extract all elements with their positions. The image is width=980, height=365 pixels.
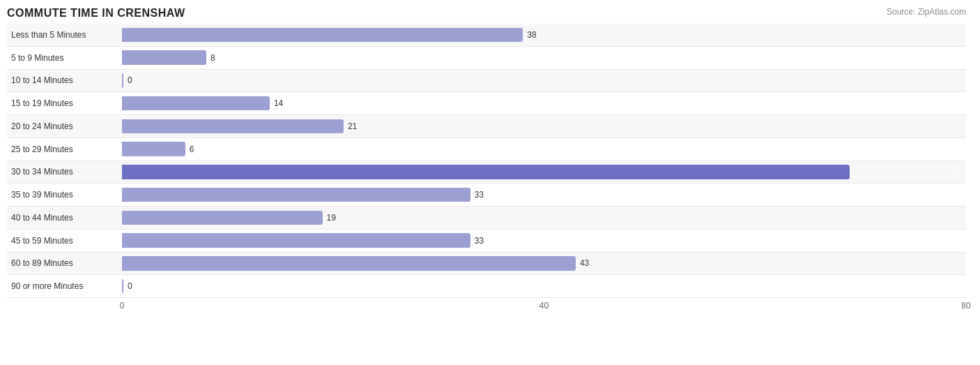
bar-row: 15 to 19 Minutes14 [7, 92, 966, 115]
bar-label: 10 to 14 Minutes [7, 75, 122, 85]
bar-fill [122, 233, 470, 248]
bar-fill [122, 211, 323, 225]
bar-fill [122, 165, 850, 179]
bar-row: Less than 5 Minutes38 [7, 24, 966, 47]
bar-label: 15 to 19 Minutes [7, 98, 122, 108]
bar-value: 0 [128, 281, 132, 291]
x-tick: 0 [120, 301, 125, 311]
bar-label: 60 to 89 Minutes [7, 258, 122, 268]
bar-label: 5 to 9 Minutes [7, 53, 122, 63]
bar-fill [122, 96, 270, 111]
bar-label: 30 to 34 Minutes [7, 167, 122, 177]
bar-value: 38 [527, 30, 536, 40]
bar-row: 60 to 89 Minutes43 [7, 253, 966, 276]
bar-value: 6 [190, 144, 194, 154]
bar-value: 21 [348, 121, 357, 131]
bar-label: 45 to 59 Minutes [7, 236, 122, 246]
bar-value: 14 [274, 98, 283, 108]
bar-track: 6 [122, 138, 966, 161]
bar-fill [122, 73, 123, 88]
bar-label: 20 to 24 Minutes [7, 121, 122, 131]
bar-fill [122, 256, 576, 271]
bar-row: 90 or more Minutes0 [7, 275, 966, 298]
bar-label: 35 to 39 Minutes [7, 190, 122, 200]
bar-fill [122, 279, 123, 294]
bar-row: 30 to 34 Minutes69 [7, 161, 966, 184]
bar-value: 0 [128, 75, 132, 85]
bar-row: 35 to 39 Minutes33 [7, 184, 966, 207]
bar-track: 0 [122, 275, 966, 297]
bar-track: 0 [122, 70, 966, 92]
bar-value: 69 [951, 167, 960, 177]
bar-value: 33 [475, 236, 484, 246]
bar-row: 45 to 59 Minutes33 [7, 230, 966, 253]
bar-value: 19 [327, 213, 336, 223]
x-tick: 40 [539, 301, 549, 311]
bar-row: 5 to 9 Minutes8 [7, 47, 966, 70]
bar-row: 10 to 14 Minutes0 [7, 70, 966, 93]
bar-row: 25 to 29 Minutes6 [7, 138, 966, 161]
bar-row: 20 to 24 Minutes21 [7, 115, 966, 138]
chart-title: COMMUTE TIME IN CRENSHAW [7, 7, 966, 20]
bar-fill [122, 28, 523, 43]
bar-label: 40 to 44 Minutes [7, 213, 122, 223]
bar-track: 8 [122, 47, 966, 69]
bar-value: 43 [580, 258, 589, 268]
source-text: Source: ZipAtlas.com [887, 7, 966, 17]
bar-label: Less than 5 Minutes [7, 30, 122, 40]
x-tick: 80 [961, 301, 970, 311]
bar-track: 38 [122, 24, 966, 46]
bar-fill [122, 142, 185, 156]
bar-track: 14 [122, 92, 966, 114]
bar-track: 21 [122, 115, 966, 137]
chart-area: Less than 5 Minutes385 to 9 Minutes810 t… [7, 24, 966, 319]
bar-track: 19 [122, 207, 966, 229]
bar-label: 90 or more Minutes [7, 281, 122, 291]
bar-row: 40 to 44 Minutes19 [7, 207, 966, 230]
bars-section: Less than 5 Minutes385 to 9 Minutes810 t… [7, 24, 966, 298]
bar-value: 8 [210, 53, 215, 63]
bar-value: 33 [475, 190, 484, 200]
bar-fill [122, 188, 470, 202]
chart-container: COMMUTE TIME IN CRENSHAW Source: ZipAtla… [0, 0, 980, 365]
bar-track: 33 [122, 230, 966, 252]
bar-label: 25 to 29 Minutes [7, 144, 122, 154]
bar-fill [122, 50, 206, 65]
x-axis: 04080 [122, 298, 966, 319]
bar-track: 33 [122, 184, 966, 206]
bar-track: 69 [122, 161, 966, 184]
bar-track: 43 [122, 253, 966, 275]
bar-fill [122, 119, 344, 134]
